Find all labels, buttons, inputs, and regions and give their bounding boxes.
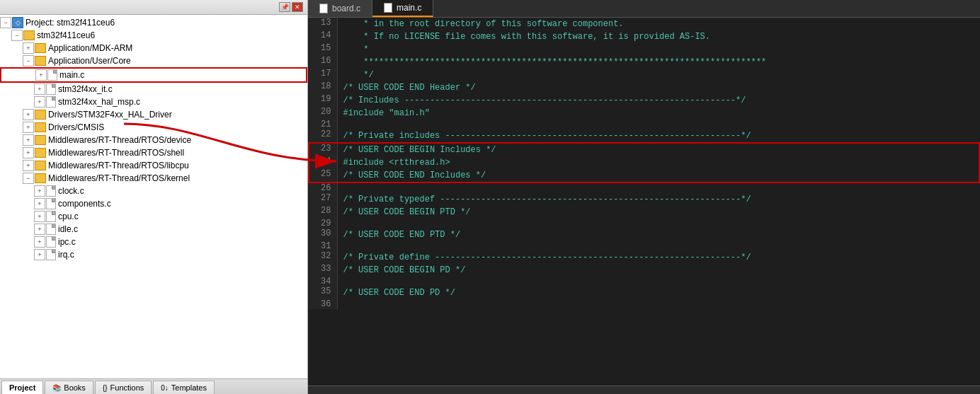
expand-icon[interactable]	[23, 122, 34, 133]
folder-icon	[23, 30, 35, 40]
project-tree[interactable]: ◇Project: stm32f411ceu6stm32f411ceu6Appl…	[0, 15, 307, 378]
line-content[interactable]	[337, 219, 979, 228]
tree-item-clock_c[interactable]: clock.c	[0, 185, 307, 197]
expand-icon[interactable]	[23, 160, 34, 171]
tree-item-main_c[interactable]: main.c	[0, 67, 307, 83]
close-panel-button[interactable]: ✕	[292, 2, 303, 12]
tree-item-cpu_c[interactable]: cpu.c	[0, 210, 307, 223]
expand-icon[interactable]	[35, 69, 47, 81]
expand-icon[interactable]	[34, 198, 45, 209]
line-content[interactable]: #include <rtthread.h>	[337, 156, 979, 169]
tree-item-label: main.c	[59, 70, 84, 80]
tree-item-mcu[interactable]: stm32f411ceu6	[0, 29, 307, 42]
line-content[interactable]: /* Private includes --------------------…	[337, 129, 979, 143]
tree-item-app_mdk[interactable]: Application/MDK-ARM	[0, 42, 307, 54]
tree-item-mw_libcpu[interactable]: Middlewares/RT-Thread/RTOS/libcpu	[0, 159, 307, 172]
line-content[interactable]	[337, 120, 979, 129]
code-line-26: 26	[309, 182, 979, 193]
folder-icon	[35, 135, 46, 145]
line-content[interactable]	[337, 277, 979, 286]
bottom-tab-label: Project	[9, 383, 35, 392]
line-content[interactable]: */	[337, 69, 979, 81]
file-icon	[46, 236, 56, 248]
tree-item-drivers_cmsis[interactable]: Drivers/CMSIS	[0, 121, 307, 134]
expand-icon[interactable]	[34, 83, 45, 95]
file-icon	[46, 211, 56, 222]
editor-content[interactable]: 13 * in the root directory of this softw…	[308, 18, 980, 386]
tree-item-label: ipc.c	[58, 237, 76, 247]
expand-icon[interactable]	[34, 211, 45, 222]
line-content[interactable]	[337, 241, 979, 251]
tree-item-mw_kernel[interactable]: Middlewares/RT-Thread/RTOS/kernel	[0, 172, 307, 185]
line-content[interactable]: /* USER CODE BEGIN Includes */	[337, 143, 979, 156]
line-content[interactable]: * in the root directory of this software…	[337, 18, 979, 30]
line-number: 15	[309, 43, 337, 56]
code-line-31: 31	[309, 241, 979, 251]
expand-icon[interactable]	[34, 185, 45, 197]
line-content[interactable]: /* USER CODE END PTD */	[337, 228, 979, 241]
tree-item-app_user[interactable]: Application/User/Core	[0, 54, 307, 67]
expand-icon[interactable]	[34, 96, 45, 108]
expand-icon[interactable]	[23, 134, 34, 146]
code-line-18: 18/* USER CODE END Header */	[309, 81, 979, 94]
line-number: 23	[309, 143, 337, 156]
tree-item-label: Middlewares/RT-Thread/RTOS/shell	[48, 148, 184, 158]
line-content[interactable]: /* USER CODE END Includes */	[337, 169, 979, 182]
line-content[interactable]: /* USER CODE BEGIN PTD */	[337, 206, 979, 219]
scrollbar[interactable]	[308, 386, 980, 394]
tree-item-mw_device[interactable]: Middlewares/RT-Thread/RTOS/device	[0, 134, 307, 146]
line-content[interactable]: /* Private typedef ---------------------…	[337, 193, 979, 206]
code-line-21: 21	[309, 120, 979, 129]
pin-button[interactable]: 📌	[279, 2, 290, 12]
expand-icon[interactable]	[23, 55, 34, 66]
bottom-tab-templates[interactable]: 0↓ Templates	[153, 381, 215, 394]
expand-icon[interactable]	[34, 236, 45, 248]
expand-icon[interactable]	[23, 147, 34, 158]
expand-icon[interactable]	[11, 30, 23, 41]
main-layout: 📌 ✕ ◇Project: stm32f411ceu6stm32f411ceu6…	[0, 0, 980, 394]
file-tab-icon	[319, 4, 328, 13]
tree-item-stm32f4xx_it[interactable]: stm32f4xx_it.c	[0, 83, 307, 95]
line-content[interactable]: /* USER CODE END Header */	[337, 81, 979, 94]
file-tab-icon	[384, 3, 392, 13]
line-content[interactable]: ****************************************…	[337, 56, 979, 69]
expand-icon[interactable]	[34, 249, 45, 260]
tree-item-mw_shell[interactable]: Middlewares/RT-Thread/RTOS/shell	[0, 146, 307, 159]
tree-item-irq_c[interactable]: irq.c	[0, 248, 307, 261]
line-number: 29	[309, 219, 337, 228]
editor-tab-main_c[interactable]: main.c	[372, 0, 433, 17]
line-content[interactable]: /* USER CODE END PD */	[337, 286, 979, 299]
code-line-16: 16 *************************************…	[309, 56, 979, 69]
folder-icon	[35, 173, 46, 183]
line-content[interactable]: /* Private define ----------------------…	[337, 251, 979, 264]
file-icon	[47, 69, 57, 81]
line-number: 33	[309, 264, 337, 277]
expand-icon[interactable]	[34, 224, 45, 235]
tree-item-root[interactable]: ◇Project: stm32f411ceu6	[0, 16, 307, 29]
expand-icon[interactable]	[23, 42, 34, 54]
tree-item-idle_c[interactable]: idle.c	[0, 223, 307, 236]
tree-item-label: components.c	[58, 199, 111, 209]
tree-item-drivers_hal[interactable]: Drivers/STM32F4xx_HAL_Driver	[0, 108, 307, 121]
line-content[interactable]: /* USER CODE BEGIN PD */	[337, 264, 979, 277]
editor-tab-board_c[interactable]: board.c	[308, 0, 372, 17]
code-line-20: 20#include "main.h"	[309, 107, 979, 120]
tree-item-stm32f4xx_hal[interactable]: stm32f4xx_hal_msp.c	[0, 95, 307, 108]
line-content[interactable]: *	[337, 43, 979, 56]
tree-item-components_c[interactable]: components.c	[0, 197, 307, 210]
expand-icon[interactable]	[0, 17, 11, 28]
expand-icon[interactable]	[23, 109, 34, 120]
expand-icon[interactable]	[23, 173, 34, 184]
line-content[interactable]: #include "main.h"	[337, 107, 979, 120]
code-line-35: 35/* USER CODE END PD */	[309, 286, 979, 299]
bottom-tabs: Project📚 Books{} Functions0↓ Templates	[0, 378, 307, 394]
bottom-tab-books[interactable]: 📚 Books	[45, 381, 93, 394]
tree-item-ipc_c[interactable]: ipc.c	[0, 236, 307, 248]
line-content[interactable]	[337, 182, 979, 193]
bottom-tab-project[interactable]: Project	[1, 381, 43, 394]
line-content[interactable]: * If no LICENSE file comes with this sof…	[337, 30, 979, 43]
line-content[interactable]: /* Includes ----------------------------…	[337, 94, 979, 107]
line-content[interactable]	[337, 299, 979, 309]
tree-item-label: stm32f411ceu6	[37, 30, 95, 40]
bottom-tab-functions[interactable]: {} Functions	[95, 381, 152, 394]
